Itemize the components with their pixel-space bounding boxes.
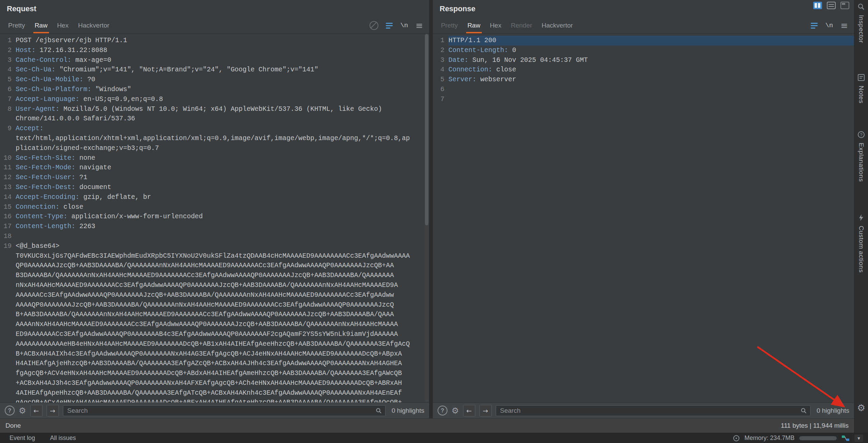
search-next-button[interactable]: → (479, 405, 492, 416)
editor-row[interactable]: plication/signed-exchange;v=b3;q=0.7 (0, 143, 429, 153)
search-help-icon[interactable]: ? (438, 406, 447, 415)
editor-row[interactable]: 5Server: webserver (433, 75, 854, 85)
editor-row[interactable]: AAAAAAAAAAAAeHB4eHNxAH4AAHcMAAAAED9AAAAA… (0, 339, 429, 349)
editor-row[interactable]: 8User-Agent: Mozilla/5.0 (Windows NT 10.… (0, 104, 429, 114)
tab-raw[interactable]: Raw (30, 18, 52, 33)
line-text: Sec-Ch-Ua: "Chromium";v="141", "Not;A=Br… (16, 65, 429, 75)
sidebar-settings-gear-icon[interactable]: ⚙ (857, 403, 865, 412)
editor-row[interactable]: 16Content-Type: application/x-www-form-u… (0, 212, 429, 222)
search-settings-icon[interactable]: ⚙ (19, 407, 26, 415)
tab-hex[interactable]: Hex (485, 18, 506, 33)
editor-row[interactable]: B3DAAAABA/QAAAAAAAnNxAH4AAHcMAAAAED9AAAA… (0, 271, 429, 280)
editor-row[interactable]: text/html,application/xhtml+xml,applicat… (0, 134, 429, 143)
editor-row[interactable]: gAgcQB+ACx4eHNxAH4AAHcMAAAAED9AAAAAAADcQ… (0, 398, 429, 403)
editor-row[interactable]: T0VKUC8xLjGs7QAFdwEBc3IAEWphdmEudXRpbC5I… (0, 251, 429, 261)
tab-pretty: Pretty (436, 18, 463, 33)
editor-row[interactable]: 6Sec-Ch-Ua-Platform: "Windows" (0, 85, 429, 95)
line-number: 6 (0, 85, 16, 95)
editor-row[interactable]: 18 (0, 232, 429, 241)
editor-row[interactable]: 3Date: Sun, 16 Nov 2025 04:45:37 GMT (433, 55, 854, 65)
editor-row[interactable]: 11Sec-Fetch-Mode: navigate (0, 163, 429, 173)
inspector-icon[interactable] (857, 3, 865, 11)
search-prev-button[interactable]: ← (463, 405, 475, 416)
line-text: B+AAB3DAAAABA/QAAAAAAAnNxAH4AAHcMAAAAED9… (16, 310, 429, 320)
editor-row[interactable]: 3Cache-Control: max-age=0 (0, 55, 429, 65)
explanations-icon[interactable]: ? (857, 131, 865, 139)
editor-row[interactable]: 4Connection: close (433, 65, 854, 75)
request-search-input[interactable] (67, 407, 376, 415)
tab-pretty[interactable]: Pretty (3, 18, 30, 33)
chevron-down-icon[interactable]: ▾ (854, 435, 863, 442)
editor-row[interactable]: H4AIHEAfgAjeHhzcQB+AAB3DAAAABA/QAAAAAAA3… (0, 359, 429, 369)
notes-icon[interactable] (857, 73, 865, 82)
editor-menu-icon[interactable]: ≡ (415, 20, 423, 31)
editor-row[interactable]: Chrome/141.0.0.0 Safari/537.36 (0, 114, 429, 124)
tab-raw[interactable]: Raw (463, 18, 485, 33)
editor-row[interactable]: 2Host: 172.16.31.22:8088 (0, 46, 429, 55)
request-editor[interactable]: 1POST /ejbserver/ejb HTTP/1.12Host: 172.… (0, 34, 429, 403)
search-prev-button[interactable]: ← (30, 405, 43, 416)
search-settings-icon[interactable]: ⚙ (452, 407, 459, 415)
editor-row[interactable]: 13Sec-Fetch-Dest: document (0, 183, 429, 192)
layout-rows-icon[interactable] (827, 2, 836, 9)
response-editor[interactable]: 1HTTP/1.1 2002Content-Length: 03Date: Su… (433, 34, 854, 403)
editor-row[interactable]: 17Content-Length: 2263 (0, 222, 429, 232)
editor-row[interactable]: 7Accept-Language: en-US;q=0.9,en;q=0.8 (0, 95, 429, 104)
editor-row[interactable]: B+ACBxAH4AIXh4c3EAfgAAdwwAAAAQP0AAAAAAAN… (0, 349, 429, 359)
svg-text:?: ? (860, 132, 862, 137)
sidebar-item-custom-actions[interactable]: Custom actions (857, 226, 865, 273)
sidebar-item-inspector[interactable]: Inspector (857, 15, 865, 43)
editor-row[interactable]: B+AAB3DAAAABA/QAAAAAAAnNxAH4AAHcMAAAAED9… (0, 310, 429, 320)
editor-row[interactable]: QP0AAAAAAAJzcQB+AAB3DAAAABA/QAAAAAAAnNxA… (0, 261, 429, 271)
editor-row[interactable]: 2Content-Length: 0 (433, 46, 854, 55)
line-number: 7 (433, 95, 448, 104)
sidebar-item-notes[interactable]: Notes (857, 86, 865, 103)
editor-row[interactable]: 6 (433, 85, 854, 95)
editor-row[interactable]: 7 (433, 95, 854, 104)
wrap-lines-icon[interactable] (811, 23, 818, 29)
panel-divider[interactable] (429, 0, 433, 418)
request-editor-scrollbar[interactable] (425, 34, 429, 402)
editor-row[interactable]: +ACBxAH4AJ3h4c3EAfgAAdwwAAAAQP0AAAAAAANx… (0, 378, 429, 388)
editor-row[interactable]: 14Accept-Encoding: gzip, deflate, br (0, 192, 429, 202)
line-number (0, 261, 16, 271)
wrap-lines-icon[interactable] (386, 23, 393, 29)
editor-row[interactable]: 5Sec-Ch-Ua-Mobile: ?0 (0, 75, 429, 85)
editor-row[interactable]: 15Connection: close (0, 202, 429, 212)
layout-tabs-icon[interactable] (840, 2, 849, 9)
editor-row[interactable]: 4AIHEAfgApeHhzcQB+AAB3DAAAABA/QAAAAAAA3E… (0, 388, 429, 398)
editor-row[interactable]: AAAAAACc3EAfgAAdwwAAAAQP0AAAAAAAJzcQB+AA… (0, 290, 429, 300)
event-log-button[interactable]: Event log (3, 435, 41, 442)
editor-row[interactable]: fgAgcQB+ACV4eHNxAH4AAHcMAAAAED9AAAAAAADc… (0, 369, 429, 378)
all-issues-button[interactable]: All issues (44, 435, 82, 442)
editor-row[interactable]: nNxAH4AAHcMAAAAED9AAAAAAACc3EAfgAAdwwAAA… (0, 280, 429, 290)
response-search-box (496, 405, 810, 416)
response-search-input[interactable] (499, 407, 801, 415)
header-value: gAgcQB+ACx4eHNxAH4AAHcMAAAAED9AAAAAAADcQ… (16, 399, 402, 403)
editor-row[interactable]: 19<@d_base64> (0, 241, 429, 251)
scrollbar-thumb[interactable] (425, 34, 428, 225)
layout-columns-icon[interactable] (813, 2, 822, 9)
editor-row[interactable]: ED9AAAAAAACc3EAfgAAdwwAAAAQP0AAAAAAAB4c3… (0, 329, 429, 339)
tab-hackvertor[interactable]: Hackvertor (537, 18, 578, 33)
tab-hackvertor[interactable]: Hackvertor (73, 18, 114, 33)
newlines-toggle-icon[interactable]: \n (400, 22, 408, 29)
editor-row[interactable]: 1HTTP/1.1 200 (433, 36, 854, 46)
line-text: POST /ejbserver/ejb HTTP/1.1 (16, 36, 429, 46)
editor-row[interactable]: 1POST /ejbserver/ejb HTTP/1.1 (0, 36, 429, 46)
editor-row[interactable]: AAAAQP0AAAAAAAJzcQB+AAB3DAAAABA/QAAAAAAA… (0, 300, 429, 310)
editor-row[interactable]: 10Sec-Fetch-Site: none (0, 153, 429, 163)
nonprintable-toggle-icon[interactable] (370, 21, 378, 30)
custom-actions-icon[interactable] (857, 214, 865, 222)
sidebar-item-explanations[interactable]: Explanations (857, 143, 865, 182)
editor-row[interactable]: 9Accept: (0, 124, 429, 134)
search-help-icon[interactable]: ? (5, 406, 15, 415)
newlines-toggle-icon[interactable]: \n (825, 22, 833, 29)
network-status-icon[interactable] (841, 435, 850, 441)
editor-menu-icon[interactable]: ≡ (840, 20, 848, 31)
editor-row[interactable]: 4Sec-Ch-Ua: "Chromium";v="141", "Not;A=B… (0, 65, 429, 75)
tab-hex[interactable]: Hex (52, 18, 73, 33)
editor-row[interactable]: AAAAnNxAH4AAHcMAAAAED9AAAAAAACc3EAfgAAdw… (0, 320, 429, 329)
search-next-button[interactable]: → (47, 405, 59, 416)
editor-row[interactable]: 12Sec-Fetch-User: ?1 (0, 173, 429, 183)
